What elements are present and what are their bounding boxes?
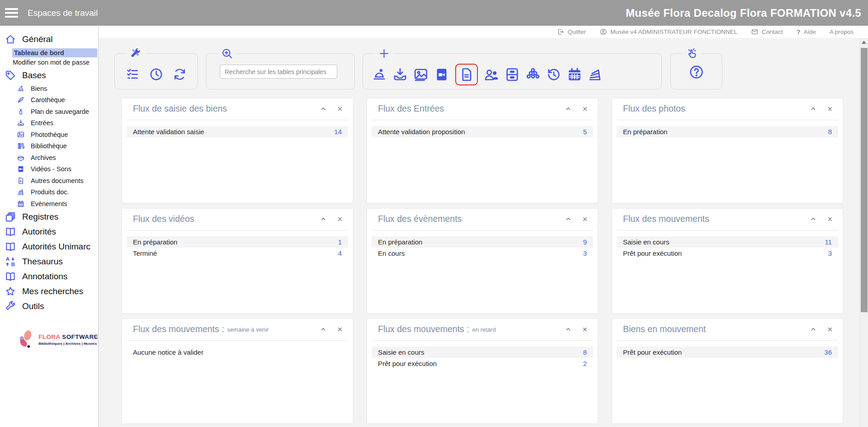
new-photo-icon[interactable] [413,66,429,83]
open-box-icon [17,154,25,162]
collapse-icon[interactable] [565,216,572,223]
sidebar-item-biens[interactable]: Biens [0,83,98,94]
sidebar-section-bases[interactable]: Bases [0,68,98,83]
card-row[interactable]: Saisie en cours 11 [617,236,838,248]
sidebar-item-carotheque[interactable]: Carothèque [0,94,98,106]
row-count[interactable]: 8 [828,128,832,136]
sidebar-section-general[interactable]: Général [0,31,98,47]
about-link[interactable]: A propos [830,28,854,35]
hamburger-menu-icon[interactable] [5,8,18,18]
refresh-icon[interactable] [172,67,187,82]
card-row[interactable]: En préparation 9 [372,236,593,248]
new-event-calendar-icon[interactable] [566,66,583,83]
quit-link[interactable]: Quitter [557,28,586,36]
close-icon[interactable] [581,326,589,333]
card-row[interactable]: Attente validation saisie 14 [127,126,348,137]
sidebar-section-autorites[interactable]: Autorités [0,225,98,239]
close-icon[interactable] [336,105,344,113]
sidebar-item-entrees[interactable]: Entrées [0,117,98,129]
close-icon[interactable] [581,105,589,113]
row-count[interactable]: 3 [583,249,587,257]
sidebar-section-mes-recherches[interactable]: Mes recherches [0,284,98,299]
document-icon [17,177,25,185]
collapse-icon[interactable] [810,105,817,113]
help-circle-icon[interactable] [689,64,704,80]
collapse-icon[interactable] [320,326,327,333]
new-thesaurus-cluster-icon[interactable] [525,66,541,83]
sidebar-item-evenements[interactable]: Evènements [0,198,98,210]
card-row[interactable]: Prêt pour exécution 36 [617,347,838,358]
close-icon[interactable] [336,216,344,223]
new-produit-doc-icon[interactable] [587,66,604,83]
card-row[interactable]: En cours 3 [372,248,593,259]
top-bar: Espaces de travail Musée Flora Decalog F… [0,0,868,26]
collapse-icon[interactable] [565,105,572,113]
new-archive-drawer-icon[interactable] [504,66,520,83]
workspace-label: Espaces de travail [28,8,98,18]
search-input[interactable] [220,65,337,79]
new-document-icon[interactable] [458,66,475,83]
clock-icon[interactable] [149,67,164,82]
close-icon[interactable] [826,216,834,223]
row-count[interactable]: 4 [338,249,342,257]
row-count[interactable]: 3 [828,249,832,257]
current-user[interactable]: Musée v4 ADMINISTRATEUR FONCTIONNEL [599,28,737,36]
row-count[interactable]: 2 [583,360,587,367]
sidebar-section-thesaurus[interactable]: AB Thesaurus [0,254,98,269]
star-icon [5,286,16,297]
sidebar-item-archives[interactable]: Archives [0,152,98,164]
sidebar-section-registres[interactable]: Registres [0,210,98,225]
row-count[interactable]: 9 [583,238,587,246]
sidebar-item-videos-sons[interactable]: Vidéos - Sons [0,164,98,175]
new-entree-icon[interactable] [392,66,408,83]
close-icon[interactable] [826,326,834,333]
vertical-scrollbar[interactable] [859,38,868,427]
sidebar-item-bibliotheque[interactable]: Bibliothèque [0,141,98,152]
checklist-icon[interactable] [125,67,140,82]
card-row[interactable]: Prêt pour exécution 3 [617,248,838,259]
card-row[interactable]: En préparation 8 [617,126,838,137]
row-count[interactable]: 14 [334,128,342,136]
wrench-icon [5,300,16,312]
calendar-icon [17,200,25,208]
card-row[interactable]: Prêt pour exécution 2 [372,358,593,369]
card-row[interactable]: Attente validation proposition 5 [372,126,593,137]
card-row[interactable]: Saisie en cours 8 [372,347,593,358]
card-row[interactable]: Terminé 4 [127,248,348,259]
collapse-icon[interactable] [810,326,817,333]
collapse-icon[interactable] [320,216,327,223]
collapse-icon[interactable] [565,326,572,333]
row-count[interactable]: 8 [583,348,587,356]
new-person-icon[interactable] [483,66,500,83]
row-count[interactable]: 5 [583,128,587,136]
contact-link[interactable]: Contact [751,28,783,36]
history-icon[interactable] [546,66,562,83]
sidebar-item-plan-de-sauvegarde[interactable]: Plan de sauvegarde [0,106,98,117]
inbox-download-icon [17,119,25,127]
row-count[interactable]: 36 [824,348,832,356]
card-row[interactable]: En préparation 1 [127,236,348,248]
fire-extinguisher-icon [17,108,25,116]
sidebar-section-annotations[interactable]: Annotations [0,269,98,284]
sidebar-item-tableau-de-bord[interactable]: Tableau de bord [12,48,97,57]
scroll-up-arrow[interactable] [862,41,866,44]
svg-text:B: B [11,262,15,267]
close-icon[interactable] [826,105,834,113]
sidebar-item-autres-documents[interactable]: Autres documents [0,175,98,187]
sidebar-item-phototheque[interactable]: Photothèque [0,129,98,141]
open-book-icon [5,226,16,238]
sidebar-section-autorites-unimarc[interactable]: Autorités Unimarc [0,239,98,254]
collapse-icon[interactable] [320,105,327,113]
sidebar-item-produits-doc[interactable]: Produits doc. [0,187,98,198]
row-count[interactable]: 1 [338,238,342,246]
new-video-icon[interactable] [434,66,450,83]
row-count[interactable]: 11 [825,238,832,246]
new-bien-icon[interactable] [371,66,387,83]
collapse-icon[interactable] [810,216,817,223]
help-link[interactable]: ? Aide [797,28,816,36]
close-icon[interactable] [336,326,344,333]
close-icon[interactable] [581,216,589,223]
scrollbar-thumb[interactable] [861,48,868,312]
sidebar-item-modifier-mot-de-passe[interactable]: Modifier son mot de passe [13,58,98,67]
sidebar-section-outils[interactable]: Outils [0,299,98,314]
